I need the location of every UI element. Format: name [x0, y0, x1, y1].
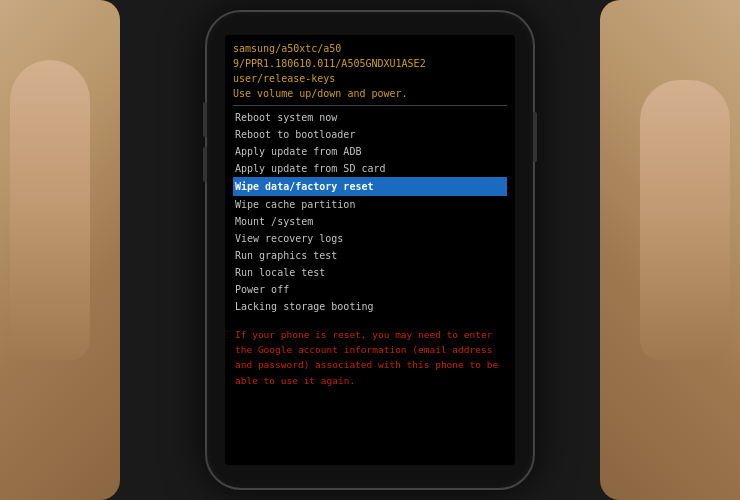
device-model-line2: 9/PPR1.180610.011/A505GNDXU1ASE2 — [233, 56, 507, 71]
phone-screen: samsung/a50xtc/a50 9/PPR1.180610.011/A50… — [225, 35, 515, 465]
photo-background: samsung/a50xtc/a50 9/PPR1.180610.011/A50… — [0, 0, 740, 500]
volume-up-button — [203, 102, 207, 137]
power-button — [533, 112, 537, 162]
menu-item-3[interactable]: Apply update from SD card — [233, 160, 507, 177]
menu-item-0[interactable]: Reboot system now — [233, 109, 507, 126]
divider-top — [233, 105, 507, 106]
menu-item-9[interactable]: Run locale test — [233, 264, 507, 281]
device-model-line1: samsung/a50xtc/a50 — [233, 41, 507, 56]
menu-item-6[interactable]: Mount /system — [233, 213, 507, 230]
left-fingers — [10, 60, 90, 360]
menu-item-2[interactable]: Apply update from ADB — [233, 143, 507, 160]
recovery-menu: Reboot system nowReboot to bootloaderApp… — [233, 109, 507, 315]
volume-down-button — [203, 147, 207, 182]
warning-text: If your phone is reset, you may need to … — [235, 327, 505, 388]
menu-item-10[interactable]: Power off — [233, 281, 507, 298]
device-model-line3: user/release-keys — [233, 71, 507, 86]
warning-box: If your phone is reset, you may need to … — [233, 323, 507, 392]
menu-item-1[interactable]: Reboot to bootloader — [233, 126, 507, 143]
phone-body: samsung/a50xtc/a50 9/PPR1.180610.011/A50… — [205, 10, 535, 490]
device-instruction: Use volume up/down and power. — [233, 86, 507, 101]
right-hand — [600, 0, 740, 500]
screen-content: samsung/a50xtc/a50 9/PPR1.180610.011/A50… — [225, 35, 515, 465]
right-fingers — [640, 80, 730, 360]
menu-item-8[interactable]: Run graphics test — [233, 247, 507, 264]
menu-item-11[interactable]: Lacking storage booting — [233, 298, 507, 315]
menu-item-7[interactable]: View recovery logs — [233, 230, 507, 247]
menu-item-5[interactable]: Wipe cache partition — [233, 196, 507, 213]
left-hand — [0, 0, 120, 500]
menu-item-4[interactable]: Wipe data/factory reset — [233, 177, 507, 196]
device-info: samsung/a50xtc/a50 9/PPR1.180610.011/A50… — [233, 41, 507, 101]
